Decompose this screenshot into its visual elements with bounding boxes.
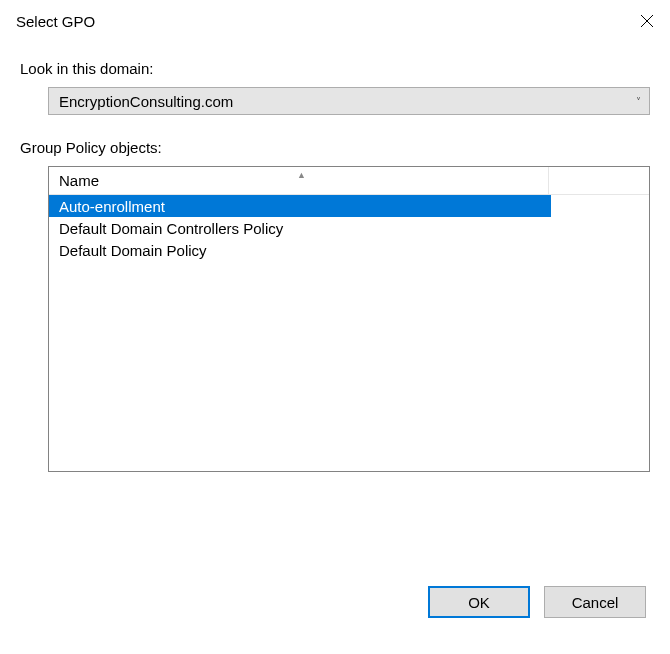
- list-item-label: Auto-enrollment: [59, 198, 165, 215]
- dialog-content: Look in this domain: EncryptionConsultin…: [0, 42, 670, 472]
- list-item[interactable]: Default Domain Controllers Policy: [49, 217, 551, 239]
- close-icon: [640, 14, 654, 28]
- cancel-button[interactable]: Cancel: [544, 586, 646, 618]
- gpo-label: Group Policy objects:: [20, 139, 650, 156]
- gpo-listbox[interactable]: Name ▲ Auto-enrollmentDefault Domain Con…: [48, 166, 650, 472]
- ok-button[interactable]: OK: [428, 586, 530, 618]
- domain-dropdown[interactable]: EncryptionConsulting.com ˅: [48, 87, 650, 115]
- list-item-label: Default Domain Controllers Policy: [59, 220, 283, 237]
- list-item[interactable]: Auto-enrollment: [49, 195, 551, 217]
- domain-dropdown-value: EncryptionConsulting.com: [59, 93, 233, 110]
- list-item-label: Default Domain Policy: [59, 242, 207, 259]
- sort-up-icon: ▲: [297, 170, 306, 180]
- close-button[interactable]: [624, 0, 670, 42]
- domain-label: Look in this domain:: [20, 60, 650, 77]
- chevron-down-icon: ˅: [636, 96, 641, 107]
- window-title: Select GPO: [16, 13, 95, 30]
- titlebar: Select GPO: [0, 0, 670, 42]
- list-header[interactable]: Name ▲: [49, 167, 649, 195]
- list-item[interactable]: Default Domain Policy: [49, 239, 551, 261]
- button-row: OK Cancel: [428, 586, 646, 618]
